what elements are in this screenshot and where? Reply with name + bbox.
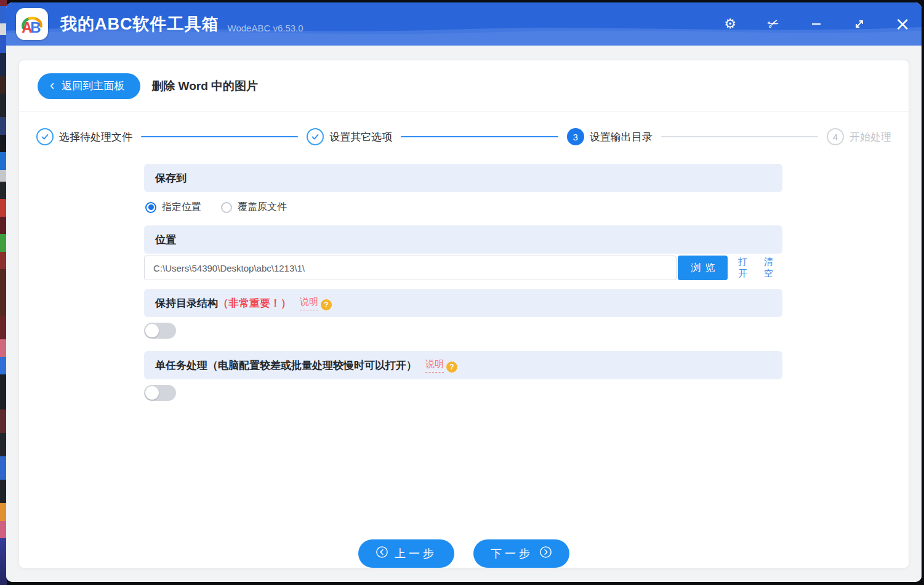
- radio-specified-location-label: 指定位置: [162, 201, 201, 214]
- save-to-options: 指定位置 覆盖原文件: [145, 201, 782, 214]
- close-icon[interactable]: ×: [894, 14, 910, 34]
- chevron-left-icon: ‹: [50, 79, 54, 92]
- keep-structure-help-link[interactable]: 说明: [300, 296, 318, 310]
- keep-structure-important-note: （非常重要！）: [218, 296, 291, 310]
- keep-structure-toggle-off[interactable]: [144, 323, 176, 339]
- question-mark-icon[interactable]: ?: [321, 299, 332, 310]
- step-wizard: 选择待处理文件 设置其它选项 3 设置输出目录 4 开始处理: [36, 128, 891, 145]
- toggle-knob: [145, 386, 159, 400]
- step-2-label: 设置其它选项: [329, 130, 392, 144]
- settings-content: 保存到 指定位置 覆盖原文件 位置: [144, 164, 782, 401]
- step-2-check-icon: [307, 128, 324, 145]
- previous-step-button[interactable]: 上一步: [358, 539, 454, 568]
- question-mark-icon[interactable]: ?: [446, 361, 457, 373]
- clear-path-link[interactable]: 清空: [764, 256, 782, 280]
- browse-button[interactable]: 浏览: [678, 256, 728, 280]
- radio-overwrite-original-label: 覆盖原文件: [238, 201, 287, 214]
- radio-selected-icon[interactable]: [145, 202, 156, 213]
- next-step-label: 下一步: [491, 546, 533, 561]
- radio-overwrite-original[interactable]: 覆盖原文件: [221, 201, 287, 214]
- step-connector: [661, 136, 818, 137]
- card-header: ‹ 返回到主面板 删除 Word 中的图片: [19, 60, 909, 112]
- step-1-label: 选择待处理文件: [59, 130, 132, 144]
- radio-specified-location[interactable]: 指定位置: [145, 201, 201, 214]
- step-connector: [401, 136, 558, 137]
- radio-unselected-icon[interactable]: [221, 202, 232, 213]
- back-to-dashboard-button[interactable]: ‹ 返回到主面板: [38, 73, 140, 99]
- single-task-section-header: 单任务处理（电脑配置较差或批量处理较慢时可以打开） 说明 ?: [144, 351, 782, 379]
- back-button-label: 返回到主面板: [62, 79, 124, 93]
- abc-logo-icon: A B: [18, 10, 46, 38]
- main-area: ‹ 返回到主面板 删除 Word 中的图片 选择待处理文件: [6, 46, 922, 582]
- app-logo: A B: [16, 8, 48, 40]
- toggle-knob: [145, 324, 159, 337]
- content-card: ‹ 返回到主面板 删除 Word 中的图片 选择待处理文件: [18, 60, 909, 568]
- save-to-section-header: 保存到: [144, 164, 782, 192]
- keep-structure-section-header: 保持目录结构 （非常重要！） 说明 ?: [144, 289, 782, 317]
- scissors-screenshot-icon[interactable]: ✂: [765, 14, 781, 34]
- page-title: 删除 Word 中的图片: [151, 78, 258, 94]
- single-task-title: 单任务处理（电脑配置较差或批量处理较慢时可以打开）: [155, 358, 417, 373]
- save-to-title: 保存到: [155, 171, 187, 185]
- window-controls: ⚙ ✂ ×: [695, 14, 910, 34]
- location-section-header: 位置: [144, 225, 782, 254]
- open-folder-link[interactable]: 打开: [738, 256, 757, 280]
- step-4-label: 开始处理: [850, 130, 891, 144]
- step-4-start-processing: 4 开始处理: [827, 128, 891, 145]
- app-title: 我的ABC软件工具箱: [60, 13, 219, 35]
- keep-structure-title: 保持目录结构: [155, 296, 218, 310]
- single-task-help-link[interactable]: 说明: [425, 358, 444, 373]
- step-1-check-icon: [36, 128, 54, 145]
- app-version: WodeABC v6.53.0: [228, 23, 303, 33]
- step-connector: [141, 136, 298, 137]
- location-input-row: 浏览 打开 清空: [144, 256, 782, 280]
- circle-arrow-left-icon: [376, 546, 388, 562]
- step-4-number-badge: 4: [827, 128, 844, 145]
- output-path-input[interactable]: [144, 256, 677, 280]
- step-1-select-files: 选择待处理文件: [36, 128, 132, 145]
- step-2-other-options: 设置其它选项: [307, 128, 392, 145]
- settings-gear-icon[interactable]: ⚙: [722, 14, 738, 34]
- wizard-footer: 上一步 下一步: [19, 539, 909, 568]
- minimize-icon[interactable]: [808, 14, 824, 34]
- maximize-icon[interactable]: [851, 14, 867, 34]
- single-task-toggle-off[interactable]: [144, 385, 176, 401]
- previous-step-label: 上一步: [395, 546, 437, 561]
- step-3-label: 设置输出目录: [590, 130, 653, 144]
- step-3-output-directory: 3 设置输出目录: [567, 128, 653, 145]
- circle-arrow-right-icon: [539, 546, 552, 562]
- title-bar[interactable]: A B 我的ABC软件工具箱 WodeABC v6.53.0 ⚙ ✂: [6, 2, 922, 46]
- location-title: 位置: [155, 233, 176, 247]
- svg-text:B: B: [30, 19, 41, 36]
- app-window: A B 我的ABC软件工具箱 WodeABC v6.53.0 ⚙ ✂: [6, 2, 922, 582]
- next-step-button[interactable]: 下一步: [473, 539, 569, 568]
- step-3-number-badge: 3: [567, 128, 584, 145]
